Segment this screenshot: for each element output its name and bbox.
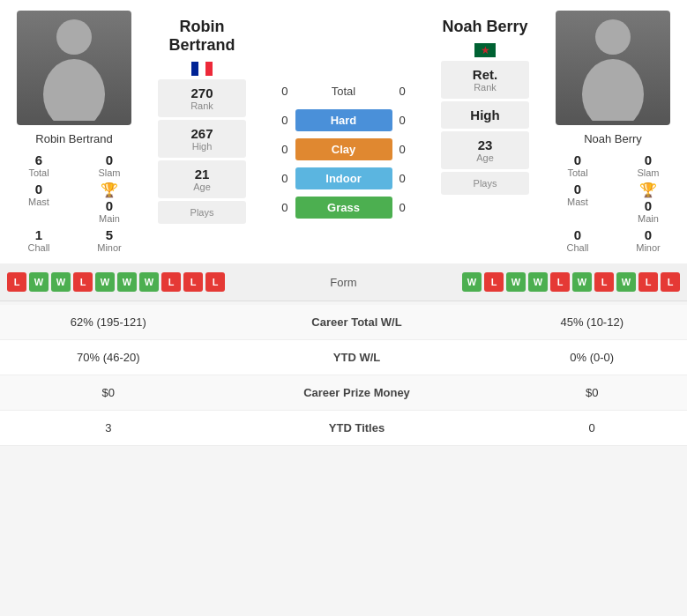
left-flag: [191, 62, 213, 76]
right-rank-box: Ret. Rank: [441, 61, 529, 99]
right-total-value: 0: [574, 152, 581, 167]
right-chall-label: Chall: [566, 242, 588, 253]
right-high-value: High: [444, 108, 526, 122]
left-plays-label: Plays: [161, 207, 243, 218]
form-badge-left: L: [205, 272, 225, 292]
left-trophy: 🏆 0 Main: [81, 182, 138, 224]
right-center-stats: Ret. Rank High 23 Age Plays: [437, 61, 534, 195]
right-mast-stat: 0 Mast: [549, 182, 606, 224]
left-slam-stat: 0 Slam: [81, 152, 138, 178]
left-total-value: 6: [35, 152, 42, 167]
form-badge-right: L: [638, 272, 658, 292]
stats-row: 3 YTD Titles 0: [0, 411, 687, 446]
form-badge-left: L: [161, 272, 181, 292]
svg-point-2: [595, 19, 631, 55]
left-high-label: High: [161, 141, 243, 152]
stats-row: 70% (46-20) YTD W/L 0% (0-0): [0, 340, 687, 375]
court-right-score: 0: [400, 143, 426, 156]
left-mast-stat: 0 Mast: [11, 182, 67, 224]
form-badge-left: W: [95, 272, 115, 292]
right-player-name: Noah Berry: [584, 132, 642, 145]
court-row-grass: 0 Grass 0: [259, 197, 428, 219]
form-badge-right: L: [550, 272, 570, 292]
left-minor-label: Minor: [97, 242, 122, 253]
form-badge-right: L: [661, 272, 680, 292]
stat-center-label: Career Total W/L: [217, 305, 497, 340]
court-left-score: 0: [262, 85, 288, 98]
stat-left-val: $0: [0, 375, 217, 411]
left-chall-value: 1: [35, 227, 42, 242]
form-badge-right: L: [484, 272, 504, 292]
right-minor-label: Minor: [636, 242, 661, 253]
stat-right-val: 45% (10-12): [497, 305, 687, 340]
court-right-score: 0: [400, 172, 426, 185]
court-badge-hard: Hard: [295, 109, 392, 131]
left-minor-stat: 5 Minor: [81, 227, 138, 253]
svg-point-1: [43, 59, 105, 121]
right-age-box: 23 Age: [441, 131, 529, 169]
court-badge-total: Total: [295, 80, 392, 102]
left-mast-label: Mast: [28, 197, 49, 207]
form-badge-right: L: [594, 272, 614, 292]
court-left-score: 0: [262, 114, 288, 127]
right-trophy: 🏆 0 Main: [620, 182, 676, 224]
bottom-stats: 62% (195-121) Career Total W/L 45% (10-1…: [0, 305, 687, 446]
right-trophy-icon: 🏆: [639, 182, 657, 198]
right-mast-label: Mast: [567, 197, 588, 207]
form-badge-right: W: [506, 272, 526, 292]
stat-right-val: 0: [497, 411, 687, 446]
court-badge-clay: Clay: [295, 138, 392, 160]
form-badge-right: W: [528, 272, 548, 292]
left-center-stats: 270 Rank 267 High 21 Age Plays: [153, 79, 250, 224]
court-row-total: 0 Total 0: [259, 80, 428, 102]
right-slam-value: 0: [645, 152, 652, 167]
right-name-section: Noah Berry ★ Ret. Rank High 23 Age Plays: [428, 11, 542, 253]
form-label: Form: [291, 276, 397, 289]
stat-left-val: 3: [0, 411, 217, 446]
right-rank-label: Rank: [444, 82, 526, 93]
court-row-hard: 0 Hard 0: [259, 109, 428, 131]
svg-point-3: [582, 59, 644, 121]
right-minor-stat: 0 Minor: [620, 227, 676, 253]
top-section: Robin Bertrand 6 Total 0 Slam 0 Mast 🏆 0…: [0, 0, 687, 263]
left-main-label: Main: [99, 213, 120, 224]
left-rank-box: 270 Rank: [158, 79, 246, 117]
form-badge-left: L: [183, 272, 203, 292]
court-right-score: 0: [400, 201, 426, 214]
left-chall-label: Chall: [27, 242, 49, 253]
right-age-value: 23: [444, 137, 526, 152]
right-header-name: Noah Berry: [442, 18, 527, 36]
form-badge-right: W: [616, 272, 636, 292]
stat-center-label: YTD Titles: [217, 411, 497, 446]
form-badge-left: W: [29, 272, 49, 292]
svg-point-0: [56, 19, 92, 55]
right-plays-label: Plays: [444, 178, 526, 189]
form-badge-left: W: [139, 272, 159, 292]
left-rank-label: Rank: [161, 100, 243, 111]
court-right-score: 0: [400, 85, 426, 98]
right-age-label: Age: [444, 152, 526, 163]
left-header-name: Robin Bertrand: [168, 18, 235, 55]
right-player-card: Noah Berry 0 Total 0 Slam 0 Mast 🏆 0 Mai…: [542, 11, 683, 253]
right-total-label: Total: [567, 167, 587, 178]
stat-right-val: 0% (0-0): [497, 340, 687, 375]
right-rank-value: Ret.: [444, 67, 526, 82]
stat-center-label: YTD W/L: [217, 340, 497, 375]
court-row-indoor: 0 Indoor 0: [259, 167, 428, 189]
court-left-score: 0: [262, 172, 288, 185]
court-badge-grass: Grass: [295, 197, 392, 219]
left-trophy-icon: 🏆: [101, 182, 118, 198]
left-form-badges: LWWLWWWLLL: [7, 272, 291, 292]
form-badge-right: W: [572, 272, 592, 292]
right-minor-value: 0: [645, 227, 652, 242]
stat-center-label: Career Prize Money: [217, 375, 497, 411]
right-player-photo: [556, 11, 670, 125]
left-player-photo: [17, 11, 131, 125]
form-badge-left: L: [7, 272, 26, 292]
left-chall-stat: 1 Chall: [11, 227, 67, 253]
left-rank-value: 270: [161, 85, 243, 100]
left-minor-value: 5: [106, 227, 113, 242]
left-high-box: 267 High: [158, 120, 246, 158]
right-player-stats: 0 Total 0 Slam 0 Mast 🏆 0 Main 0 Chall 0: [542, 152, 683, 253]
left-main-value: 0: [106, 198, 113, 213]
